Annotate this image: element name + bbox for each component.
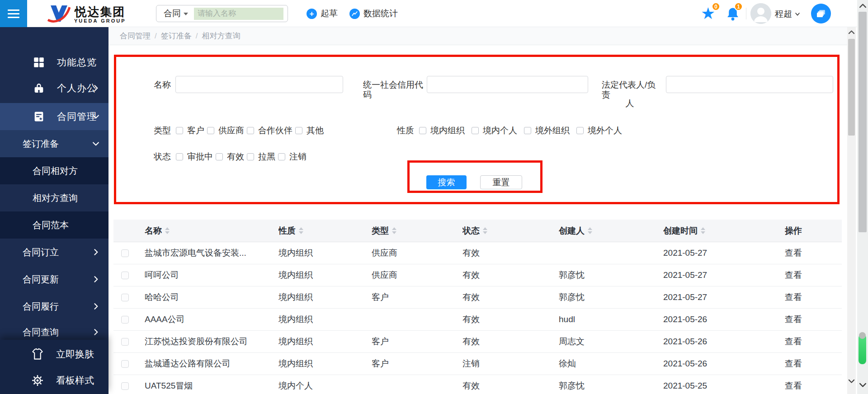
checkbox-option: 审批中 [176,151,213,163]
column-header-action: 操作 [785,225,842,237]
chevron-down-icon [91,112,100,121]
column-header-creator[interactable]: 创建人 [559,225,663,237]
column-header-status[interactable]: 状态 [462,225,559,237]
row-checkbox[interactable] [121,360,129,368]
checkbox[interactable] [419,127,426,134]
view-link[interactable]: 查看 [785,291,842,303]
cell-status: 注销 [462,358,559,370]
cell-type: 客户 [372,291,462,303]
sidebar-item-personal-office[interactable]: 个人办公 [0,75,108,102]
scroll-down-arrow[interactable] [847,379,856,384]
table-row: 盐城市宏源电气设备安装... 境内组织 供应商 有效 2021-05-27 查看 [113,242,842,264]
sidebar-item-contract-update[interactable]: 合同更新 [0,266,108,293]
sidebar-item-contract-counterparty[interactable]: 合同相对方 [0,157,108,184]
sort-icon[interactable] [588,227,592,234]
row-checkbox[interactable] [121,272,129,279]
user-avatar[interactable] [750,3,771,24]
cell-status: 有效 [462,314,559,325]
checkbox[interactable] [207,127,214,134]
column-header-name[interactable]: 名称 [145,225,278,237]
checkbox-label: 供应商 [218,125,244,136]
window-scrollbar[interactable] [857,0,868,394]
plus-icon: + [307,9,317,19]
change-skin-button[interactable]: 立即换肤 [0,343,108,365]
sort-icon[interactable] [299,227,303,234]
scroll-up-arrow[interactable] [847,29,856,35]
row-checkbox[interactable] [121,382,129,390]
checkbox[interactable] [576,127,584,134]
username-label: 程超 [775,8,792,20]
cell-nature: 境内组织 [278,314,372,325]
checkbox[interactable] [176,127,183,134]
cell-name: 哈哈公司 [145,291,278,303]
column-header-type[interactable]: 类型 [372,225,462,237]
view-link[interactable]: 查看 [785,247,842,259]
name-input[interactable] [175,76,343,93]
sort-icon[interactable] [701,227,705,234]
scrollbar-thumb[interactable] [859,12,867,232]
sort-icon[interactable] [483,227,487,234]
content-scrollbar[interactable] [847,27,856,394]
scrollbar-thumb[interactable] [848,39,855,136]
breadcrumb-item-contract-mgmt[interactable]: 合同管理 [120,31,151,41]
row-checkbox[interactable] [121,294,129,301]
company-logo: 悦达集团 YUEDA GROUP [47,4,126,25]
column-header-created[interactable]: 创建时间 [663,225,785,237]
chevron-right-icon [91,84,100,93]
credit-code-input[interactable] [427,76,588,93]
view-link[interactable]: 查看 [785,336,842,347]
row-checkbox-cell [113,382,145,390]
sidebar-item-overview[interactable]: 功能总览 [0,49,108,76]
sidebar-item-counterparty-query[interactable]: 相对方查询 [0,184,108,211]
search-button[interactable]: 搜索 [426,175,467,189]
breadcrumb-item-signing-prep[interactable]: 签订准备 [161,31,192,41]
search-input[interactable] [194,8,283,20]
scroll-up-arrow[interactable] [857,3,868,9]
checkbox[interactable] [216,153,223,160]
reset-button[interactable]: 重置 [480,175,522,189]
draft-button[interactable]: + 起草 [307,0,338,27]
legal-rep-input[interactable] [666,76,833,93]
user-menu[interactable]: 程超 [775,8,801,20]
checkbox[interactable] [247,127,254,134]
search-category-dropdown[interactable]: 合同 [164,8,188,19]
view-link[interactable]: 查看 [785,358,842,370]
checkbox-option: 境内组织 [419,125,465,136]
view-link[interactable]: 查看 [785,269,842,281]
row-checkbox-cell [113,316,145,324]
status-label: 状态 [154,151,171,163]
checkbox[interactable] [524,127,531,134]
data-statistics-button[interactable]: 数据统计 [349,0,398,27]
view-link[interactable]: 查看 [785,380,842,392]
view-link[interactable]: 查看 [785,314,842,325]
layered-pages-button[interactable] [811,4,831,23]
nature-options-group: 境内组织境内个人境外组织境外个人 [419,125,622,136]
hamburger-menu-button[interactable] [0,0,27,27]
sidebar-item-signing-prep[interactable]: 签订准备 [0,130,108,157]
sidebar-label: 合同相对方 [33,165,78,177]
sidebar-item-contract-template[interactable]: 合同范本 [0,211,108,239]
row-checkbox[interactable] [121,316,129,324]
sort-icon[interactable] [165,227,170,234]
notifications-badge: 1 [734,2,743,11]
checkbox[interactable] [295,127,302,134]
sidebar-item-contract-mgmt[interactable]: 合同管理 [0,103,108,130]
column-header-nature[interactable]: 性质 [278,225,372,237]
checkbox[interactable] [176,153,183,160]
table-body: 盐城市宏源电气设备安装... 境内组织 供应商 有效 2021-05-27 查看… [113,242,842,394]
sidebar-item-contract-perform[interactable]: 合同履行 [0,293,108,320]
checkbox-option: 供应商 [207,125,244,136]
cell-status: 有效 [462,380,559,392]
row-checkbox-cell [113,272,145,279]
checkbox[interactable] [247,153,254,160]
scroll-down-arrow[interactable] [857,382,868,388]
checkbox[interactable] [278,153,285,160]
sidebar-item-contract-create[interactable]: 合同订立 [0,239,108,266]
row-checkbox[interactable] [121,338,129,346]
row-checkbox[interactable] [121,249,129,257]
sidebar-label: 看板样式 [56,374,94,387]
checkbox[interactable] [472,127,479,134]
cell-name: 盐城通达公路有限公司 [145,358,278,370]
sort-icon[interactable] [392,227,396,234]
board-style-button[interactable]: 看板样式 [0,370,108,391]
